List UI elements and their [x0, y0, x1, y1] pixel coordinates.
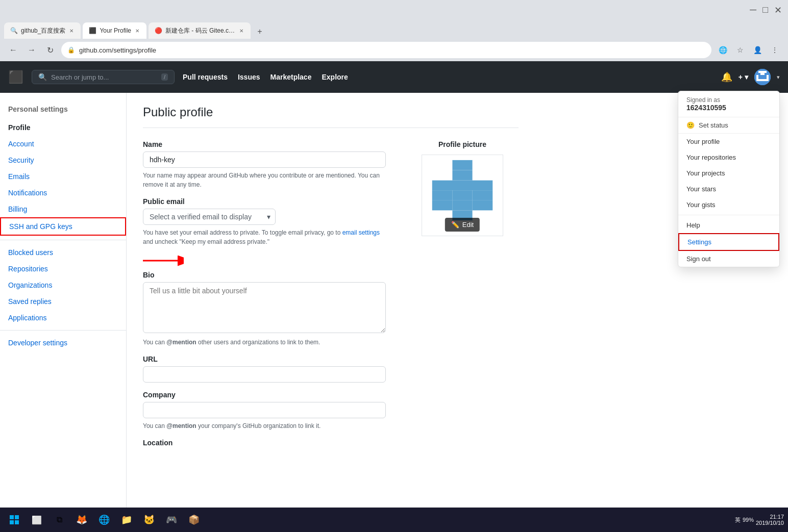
- svg-rect-20: [473, 160, 503, 181]
- svg-rect-25: [15, 515, 19, 519]
- dropdown-your-stars[interactable]: Your stars: [678, 181, 779, 197]
- company-note: You can @mention your company's GitHub o…: [143, 421, 386, 430]
- dropdown-your-gists[interactable]: Your gists: [678, 197, 779, 213]
- taskbar-chrome[interactable]: 🌐: [94, 510, 114, 530]
- email-settings-link[interactable]: email settings: [342, 229, 380, 236]
- edit-avatar-btn[interactable]: ✏️ Edit: [445, 218, 480, 232]
- browser-tabs: 🔍 github_百度搜索 ✕ ⬛ Your Profile ✕ 🔴 新建仓库 …: [0, 20, 788, 39]
- create-new-btn[interactable]: + ▾: [738, 73, 748, 81]
- bookmark-btn[interactable]: ☆: [733, 43, 747, 57]
- tab-gitee[interactable]: 🔴 新建仓库 - 码云 Gitee.com ✕: [149, 22, 251, 39]
- dropdown-sign-out[interactable]: Sign out: [678, 251, 779, 267]
- search-placeholder: Search or jump to...: [51, 73, 157, 81]
- sidebar-item-repositories[interactable]: Repositories: [0, 261, 126, 277]
- dropdown-help[interactable]: Help: [678, 217, 779, 233]
- sidebar-item-organizations[interactable]: Organizations: [0, 277, 126, 293]
- back-btn[interactable]: ←: [6, 43, 20, 57]
- company-input[interactable]: [143, 402, 386, 418]
- nav-marketplace[interactable]: Marketplace: [270, 73, 312, 81]
- sidebar-item-security[interactable]: Security: [0, 152, 126, 168]
- browser-nav: ← → ↻ 🔒 github.com/settings/profile 🌐 ☆ …: [0, 39, 788, 61]
- taskbar-firefox[interactable]: 🦊: [71, 510, 92, 530]
- url-text: github.com/settings/profile: [79, 46, 705, 54]
- search-icon: 🔍: [38, 73, 47, 81]
- sidebar-item-notifications[interactable]: Notifications: [0, 185, 126, 201]
- sidebar-item-ssh-gpg[interactable]: SSH and GPG keys: [0, 217, 126, 236]
- translate-btn[interactable]: 🌐: [716, 43, 730, 57]
- sidebar: Personal settings Profile Account Securi…: [0, 93, 127, 532]
- taskbar-date: 2019/10/10: [756, 520, 784, 526]
- bio-note: You can @mention other users and organiz…: [143, 338, 386, 347]
- taskbar-app2[interactable]: 🎮: [161, 510, 182, 530]
- close-btn[interactable]: ✕: [774, 5, 782, 16]
- dropdown-settings[interactable]: Settings: [678, 233, 779, 251]
- svg-rect-4: [767, 75, 769, 81]
- svg-rect-11: [432, 180, 493, 190]
- minimize-btn[interactable]: ─: [750, 5, 756, 16]
- edit-label: Edit: [462, 221, 474, 229]
- taskbar-lang: 英: [735, 516, 741, 524]
- taskbar-search[interactable]: ⬜: [27, 510, 47, 530]
- sidebar-item-developer-settings[interactable]: Developer settings: [0, 335, 126, 351]
- email-select[interactable]: Select a verified email to display: [143, 209, 276, 225]
- profile-avatar: ✏️ Edit: [422, 155, 503, 236]
- set-status-label: Set status: [699, 121, 728, 129]
- edit-icon: ✏️: [451, 221, 459, 229]
- sidebar-item-blocked-users[interactable]: Blocked users: [0, 244, 126, 261]
- bio-note-post: other users and organizations to link to…: [196, 339, 321, 346]
- dropdown-arrow: ▾: [745, 73, 748, 81]
- sidebar-item-applications[interactable]: Applications: [0, 310, 126, 326]
- bio-textarea[interactable]: [143, 282, 386, 333]
- taskbar-app3[interactable]: 📦: [184, 510, 204, 530]
- svg-rect-24: [10, 515, 14, 519]
- taskbar-task-view[interactable]: ⧉: [49, 510, 69, 530]
- sidebar-item-account[interactable]: Account: [0, 136, 126, 152]
- dropdown-your-repos[interactable]: Your repositories: [678, 149, 779, 165]
- email-note: You have set your email address to priva…: [143, 228, 386, 246]
- sidebar-item-emails[interactable]: Emails: [0, 168, 126, 185]
- taskbar-app1[interactable]: 🐱: [139, 510, 159, 530]
- email-select-wrapper: Select a verified email to display ▾: [143, 209, 276, 225]
- maximize-btn[interactable]: □: [762, 5, 768, 16]
- name-input[interactable]: [143, 151, 386, 168]
- tab-favicon: 🔴: [155, 27, 162, 34]
- notifications-bell[interactable]: 🔔: [721, 71, 732, 83]
- nav-pull-requests[interactable]: Pull requests: [183, 73, 228, 81]
- dropdown-divider: [678, 215, 779, 215]
- user-avatar[interactable]: [754, 69, 771, 85]
- sidebar-item-billing[interactable]: Billing: [0, 201, 126, 217]
- set-status-btn[interactable]: 🙂 Set status: [678, 117, 779, 134]
- sidebar-item-profile[interactable]: Profile: [0, 119, 126, 136]
- refresh-btn[interactable]: ↻: [43, 43, 57, 57]
- red-arrow-svg: [143, 255, 184, 267]
- main-nav: Pull requests Issues Marketplace Explore: [183, 73, 348, 81]
- taskbar-start[interactable]: [4, 510, 24, 530]
- taskbar-explorer[interactable]: 📁: [116, 510, 137, 530]
- red-arrow: [143, 255, 386, 267]
- tab-close-icon[interactable]: ✕: [238, 27, 244, 35]
- avatar-dropdown-arrow[interactable]: ▾: [777, 74, 780, 81]
- svg-rect-5: [758, 79, 767, 81]
- nav-issues[interactable]: Issues: [238, 73, 260, 81]
- search-kbd: /: [161, 73, 168, 81]
- forward-btn[interactable]: →: [24, 43, 39, 57]
- address-bar[interactable]: 🔒 github.com/settings/profile: [61, 42, 711, 58]
- github-logo[interactable]: ⬛: [8, 70, 23, 84]
- tab-github-search[interactable]: 🔍 github_百度搜索 ✕: [4, 22, 81, 39]
- nav-explore[interactable]: Explore: [322, 73, 348, 81]
- public-email-label: Public email: [143, 197, 386, 206]
- sidebar-item-saved-replies[interactable]: Saved replies: [0, 293, 126, 310]
- search-bar[interactable]: 🔍 Search or jump to... /: [32, 70, 175, 84]
- tab-close-icon[interactable]: ✕: [134, 27, 140, 35]
- url-input[interactable]: [143, 366, 386, 383]
- profile-btn[interactable]: 👤: [750, 43, 765, 57]
- plus-icon: +: [738, 73, 743, 81]
- main-content: Public profile Name Your name may appear…: [127, 93, 535, 532]
- dropdown-your-projects[interactable]: Your projects: [678, 165, 779, 181]
- windows-icon: [9, 515, 19, 525]
- tab-your-profile[interactable]: ⬛ Your Profile ✕: [83, 22, 146, 39]
- new-tab-btn[interactable]: +: [253, 24, 267, 39]
- menu-btn[interactable]: ⋮: [768, 43, 782, 57]
- tab-close-icon[interactable]: ✕: [68, 27, 75, 35]
- dropdown-your-profile[interactable]: Your profile: [678, 134, 779, 149]
